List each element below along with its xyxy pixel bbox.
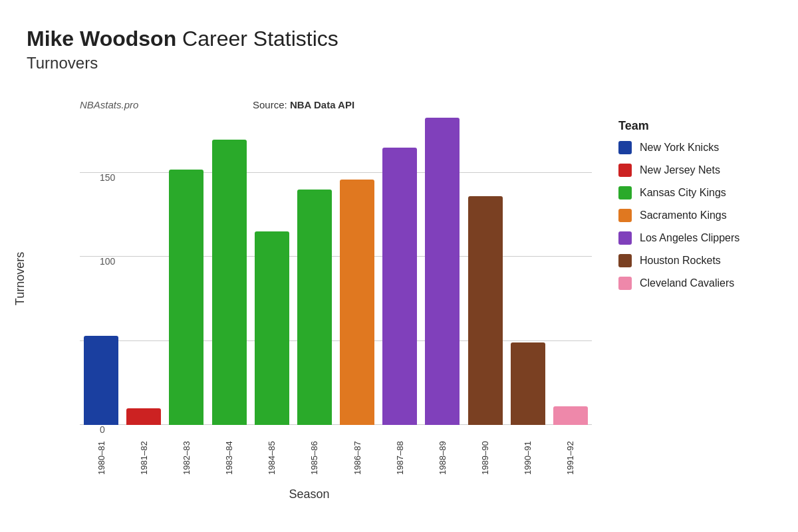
bar bbox=[169, 170, 203, 425]
bar-group bbox=[208, 140, 251, 425]
x-label: 1980–81 bbox=[96, 425, 106, 475]
bar bbox=[297, 190, 332, 425]
bar-group bbox=[507, 342, 549, 425]
legend-label: New Jersey Nets bbox=[640, 164, 720, 176]
title-block: Mike Woodson Career Statistics Turnovers bbox=[27, 27, 771, 72]
bar-group bbox=[80, 336, 122, 425]
chart-wrapper: Turnovers NBAstats.pro Source: NBA Data … bbox=[27, 79, 592, 478]
legend-swatch bbox=[618, 277, 632, 290]
x-axis-title: Season bbox=[289, 487, 329, 501]
chart-title: Mike Woodson Career Statistics bbox=[27, 27, 771, 51]
bar bbox=[126, 408, 161, 425]
legend-items: New York KnicksNew Jersey NetsKansas Cit… bbox=[618, 141, 771, 290]
x-label: 1991–92 bbox=[565, 425, 575, 475]
x-label: 1982–83 bbox=[182, 425, 192, 475]
legend-swatch bbox=[618, 164, 632, 177]
bar bbox=[511, 342, 545, 425]
bar-group bbox=[421, 118, 464, 425]
title-rest: Career Statistics bbox=[176, 27, 338, 51]
bars-container bbox=[80, 92, 592, 425]
legend-item: Kansas City Kings bbox=[618, 186, 771, 200]
bar bbox=[468, 196, 503, 425]
legend-swatch bbox=[618, 231, 632, 245]
legend-swatch bbox=[618, 254, 632, 267]
legend-label: New York Knicks bbox=[640, 142, 719, 154]
legend-swatch bbox=[618, 209, 632, 222]
legend-label: Sacramento Kings bbox=[640, 209, 727, 221]
bar bbox=[382, 148, 417, 425]
x-label: 1989–90 bbox=[480, 425, 490, 475]
x-labels: 1980–811981–821982–831983–841984–851985–… bbox=[80, 425, 592, 475]
legend: Team New York KnicksNew Jersey NetsKansa… bbox=[618, 119, 771, 478]
legend-item: Cleveland Cavaliers bbox=[618, 277, 771, 290]
y-axis-label: Turnovers bbox=[13, 252, 27, 305]
chart-subtitle: Turnovers bbox=[27, 54, 771, 72]
legend-swatch bbox=[618, 186, 632, 200]
x-label: 1988–89 bbox=[438, 425, 448, 475]
x-label: 1985–86 bbox=[309, 425, 319, 475]
bar-group bbox=[293, 190, 336, 425]
x-label: 1983–84 bbox=[224, 425, 234, 475]
bar-group bbox=[165, 170, 207, 425]
bar bbox=[84, 336, 118, 425]
bar bbox=[212, 140, 247, 425]
title-bold: Mike Woodson bbox=[27, 27, 176, 51]
legend-item: Houston Rockets bbox=[618, 254, 771, 267]
bar bbox=[255, 231, 289, 425]
bar bbox=[425, 118, 460, 425]
bar-group bbox=[549, 406, 592, 425]
legend-item: Los Angeles Clippers bbox=[618, 231, 771, 245]
bar bbox=[340, 180, 374, 425]
page: Mike Woodson Career Statistics Turnovers… bbox=[0, 0, 798, 532]
bar-group bbox=[336, 180, 378, 425]
x-label: 1981–82 bbox=[139, 425, 149, 475]
legend-label: Los Angeles Clippers bbox=[640, 232, 739, 244]
legend-label: Houston Rockets bbox=[640, 255, 721, 267]
bar bbox=[553, 406, 588, 425]
bar-group bbox=[122, 408, 165, 425]
legend-title: Team bbox=[618, 119, 771, 133]
bar-group bbox=[464, 196, 507, 425]
x-label: 1986–87 bbox=[352, 425, 362, 475]
legend-item: Sacramento Kings bbox=[618, 209, 771, 222]
legend-item: New Jersey Nets bbox=[618, 164, 771, 177]
bar-group bbox=[251, 231, 293, 425]
x-label: 1990–91 bbox=[523, 425, 533, 475]
x-label: 1984–85 bbox=[267, 425, 277, 475]
legend-swatch bbox=[618, 141, 632, 154]
x-label: 1987–88 bbox=[395, 425, 405, 475]
chart-area: Turnovers NBAstats.pro Source: NBA Data … bbox=[27, 79, 771, 478]
bar-group bbox=[378, 148, 421, 425]
legend-label: Cleveland Cavaliers bbox=[640, 277, 734, 289]
legend-label: Kansas City Kings bbox=[640, 187, 726, 199]
legend-item: New York Knicks bbox=[618, 141, 771, 154]
